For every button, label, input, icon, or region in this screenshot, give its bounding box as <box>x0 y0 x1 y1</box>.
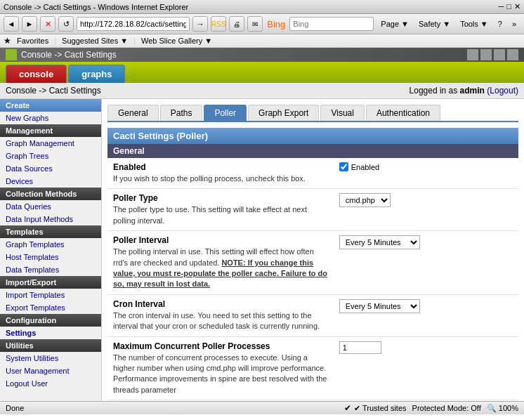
tab-paths[interactable]: Paths <box>160 105 203 121</box>
setting-label-enabled: Enabled <box>113 162 328 172</box>
expand-button[interactable]: » <box>508 18 520 29</box>
back-button[interactable]: ◄ <box>4 16 19 32</box>
tools-menu[interactable]: Tools ▼ <box>456 18 492 29</box>
sidebar-item-settings[interactable]: Settings <box>0 327 101 339</box>
trusted-sites: ✔ ✔ Trusted sites <box>344 403 406 413</box>
maximize-btn[interactable]: □ <box>506 2 511 11</box>
lock-icon: ✔ <box>344 403 351 413</box>
sidebar-section-templates: Templates <box>0 225 101 238</box>
protected-mode: Protected Mode: Off <box>412 404 481 412</box>
search-input[interactable] <box>289 17 374 31</box>
sidebar-item-devices[interactable]: Devices <box>0 175 101 188</box>
sidebar-section-configuration: Configuration <box>0 314 101 327</box>
setting-desc-max-concurrent: The number of concurrent processes to ex… <box>113 353 327 394</box>
enabled-checkbox-label[interactable]: Enabled <box>339 162 513 171</box>
ie-toolbar-right: Page ▼ Safety ▼ Tools ▼ ? » <box>376 18 520 29</box>
go-button[interactable]: → <box>192 16 208 32</box>
poller-type-select[interactable]: cmd.php spine <box>339 193 391 207</box>
table-row: Enabled If you wish to stop the polling … <box>107 158 518 189</box>
setting-label-max-concurrent: Maximum Concurrent Poller Processes <box>113 341 328 351</box>
sidebar-item-system-utilities[interactable]: System Utilities <box>0 352 101 365</box>
forward-button[interactable]: ► <box>22 16 37 32</box>
max-concurrent-input[interactable] <box>339 341 381 354</box>
setting-desc-enabled: If you wish to stop the polling process,… <box>113 174 306 183</box>
sidebar-item-export-templates[interactable]: Export Templates <box>0 301 101 314</box>
setting-desc-poller-type: The poller type to use. This setting wil… <box>113 205 307 224</box>
sidebar-item-graph-management[interactable]: Graph Management <box>0 137 101 150</box>
poller-interval-select[interactable]: Every 5 Minutes Every 10 Minutes Every 1… <box>339 235 420 249</box>
tab-visual[interactable]: Visual <box>320 105 364 121</box>
settings-tabs: GeneralPathsPollerGraph ExportVisualAuth… <box>107 105 518 122</box>
sidebar-item-data-templates[interactable]: Data Templates <box>0 263 101 276</box>
sidebar-item-graph-templates[interactable]: Graph Templates <box>0 238 101 251</box>
setting-desc-cron-interval: The cron interval in use. You need to se… <box>113 311 320 330</box>
setting-label-cron-interval: Cron Interval <box>113 299 328 309</box>
general-section-header: General <box>107 144 518 158</box>
browser-titlebar: Console -> Cacti Settings - Windows Inte… <box>0 0 524 14</box>
main-tabs: console graphs <box>0 62 524 83</box>
favorites-bar: ★ Favorites | Suggested Sites ▼ | Web Sl… <box>0 34 524 48</box>
setting-label-poller-type: Poller Type <box>113 193 328 203</box>
sidebar-section-utilities: Utilities <box>0 339 101 352</box>
app-header: Console -> Cacti Settings <box>0 48 524 62</box>
main-content: GeneralPathsPollerGraph ExportVisualAuth… <box>102 99 524 401</box>
zoom-level: 🔍 100% <box>487 404 518 413</box>
tab-graph-export[interactable]: Graph Export <box>248 105 319 121</box>
tab-console[interactable]: console <box>6 65 67 83</box>
rss-button[interactable]: RSS <box>211 16 226 32</box>
sidebar-item-user-management[interactable]: User Management <box>0 365 101 377</box>
app-logo <box>6 49 17 60</box>
poller-interval-note: NOTE: If you change this value, you must… <box>113 258 327 289</box>
safety-menu[interactable]: Safety ▼ <box>414 18 454 29</box>
bing-logo: Bing <box>267 19 285 29</box>
sidebar-item-logout-user[interactable]: Logout User <box>0 377 101 390</box>
refresh-button[interactable]: ↺ <box>58 16 74 32</box>
cron-interval-select[interactable]: Every 5 Minutes Every 10 Minutes Every 1… <box>339 299 420 313</box>
tab-graphs[interactable]: graphs <box>68 65 125 83</box>
tab-general[interactable]: General <box>107 105 159 121</box>
login-status: Logged in as admin (Logout) <box>410 86 518 96</box>
settings-table: Enabled If you wish to stop the polling … <box>107 158 518 401</box>
breadcrumb: Console -> Cacti Settings <box>6 86 101 96</box>
table-row: Poller Type The poller type to use. This… <box>107 189 518 231</box>
sidebar-item-graph-trees[interactable]: Graph Trees <box>0 150 101 162</box>
table-row: Maximum Concurrent Poller Processes The … <box>107 336 518 400</box>
minimize-btn[interactable]: ─ <box>499 2 504 11</box>
tab-authentication[interactable]: Authentication <box>366 105 440 121</box>
web-slice-gallery[interactable]: Web Slice Gallery ▼ <box>141 37 212 45</box>
sidebar-item-data-sources[interactable]: Data Sources <box>0 162 101 175</box>
page-menu[interactable]: Page ▼ <box>376 18 413 29</box>
stop-button[interactable]: ✕ <box>40 16 55 32</box>
status-bar: Done ✔ ✔ Trusted sites Protected Mode: O… <box>0 401 524 414</box>
logout-link[interactable]: (Logout) <box>487 86 518 96</box>
help-button[interactable]: ? <box>494 18 506 29</box>
table-row: Cron Interval The cron interval in use. … <box>107 294 518 336</box>
browser-controls: ◄ ► ✕ ↺ → RSS 🖨 ✉ Bing Page ▼ Safety ▼ T… <box>0 14 524 34</box>
close-btn[interactable]: ✕ <box>514 2 520 11</box>
status-right: ✔ ✔ Trusted sites Protected Mode: Off 🔍 … <box>344 403 518 413</box>
setting-label-poller-interval: Poller Interval <box>113 235 328 245</box>
sidebar-item-new-graphs[interactable]: New Graphs <box>0 112 101 124</box>
sidebar-section-management: Management <box>0 124 101 137</box>
page-icons <box>467 49 518 60</box>
favorites-label[interactable]: Favorites <box>17 37 48 45</box>
sidebar-section-collection-methods: Collection Methods <box>0 188 101 200</box>
sidebar-item-import-templates[interactable]: Import Templates <box>0 289 101 301</box>
address-bar[interactable] <box>77 17 190 31</box>
tab-poller[interactable]: Poller <box>204 105 247 121</box>
print-button[interactable]: 🖨 <box>229 16 244 32</box>
sidebar-item-host-templates[interactable]: Host Templates <box>0 251 101 263</box>
browser-title: Console -> Cacti Settings - Windows Inte… <box>4 3 188 11</box>
app-breadcrumb: Console -> Cacti Settings <box>21 50 117 60</box>
status-text: Done <box>6 404 24 412</box>
table-row: Poller Interval The polling interval in … <box>107 231 518 295</box>
enabled-checkbox[interactable] <box>339 162 348 171</box>
sidebar: CreateNew GraphsManagementGraph Manageme… <box>0 99 102 401</box>
main-layout: CreateNew GraphsManagementGraph Manageme… <box>0 99 524 401</box>
sidebar-section-create: Create <box>0 99 101 112</box>
setting-desc-poller-interval: The polling interval in use. This settin… <box>113 247 327 288</box>
mail-button[interactable]: ✉ <box>247 16 263 32</box>
suggested-sites[interactable]: Suggested Sites ▼ <box>62 37 128 45</box>
sidebar-item-data-queries[interactable]: Data Queries <box>0 200 101 213</box>
sidebar-item-data-input-methods[interactable]: Data Input Methods <box>0 213 101 225</box>
